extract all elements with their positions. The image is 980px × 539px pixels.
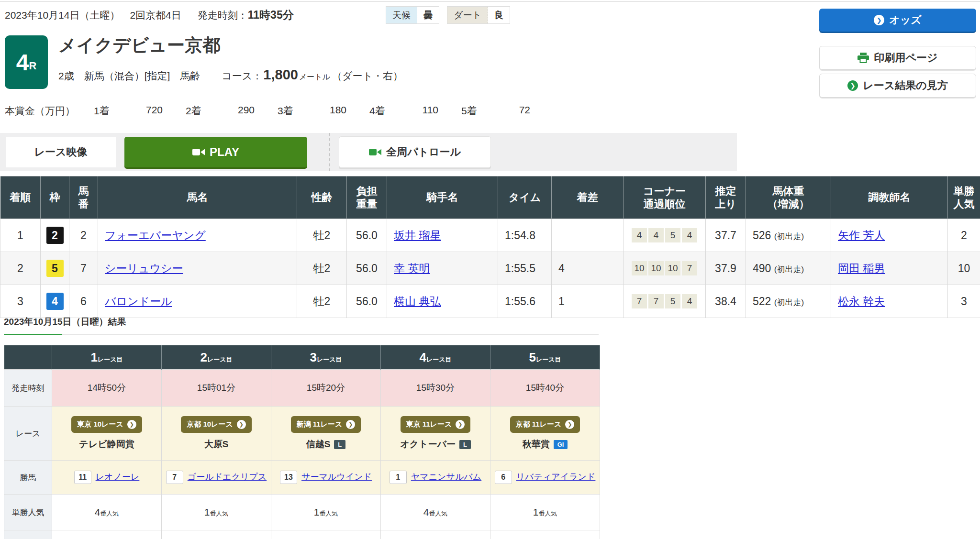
patrol-video-button[interactable]: 全周パトロール — [339, 136, 491, 168]
play-button[interactable]: PLAY — [124, 137, 307, 167]
corner-position: 10 — [632, 261, 647, 275]
sex-age: 牡2 — [297, 219, 347, 252]
prize-item: 4着110 — [369, 104, 461, 118]
corner-order: 7754 — [624, 294, 705, 308]
chevron-right-icon: ❯ — [874, 15, 884, 25]
prize-place: 4着 — [369, 104, 385, 118]
media-strip: レース映像 PLAY 全周パトロール — [0, 133, 737, 171]
winner-link[interactable]: レオノーレ — [96, 472, 140, 482]
race-column-header: 5レース目 — [490, 345, 600, 370]
finish-time: 1:54.8 — [498, 219, 552, 252]
popularity-suffix: 番人気 — [429, 510, 447, 517]
prize-item: 3着180 — [278, 104, 369, 118]
jockey-cell: 坂井 瑠星 — [387, 219, 498, 252]
winner-cell: 13サーマルウインド — [271, 461, 381, 495]
chevron-right-icon: ❯ — [456, 420, 465, 429]
race-column-number: 1 — [90, 350, 97, 364]
next-table-row: 発走時刻14時50分15時01分15時20分15時30分15時40分 — [4, 370, 600, 407]
race-number-suffix: R — [29, 60, 36, 72]
prize-row: 本賞金（万円） 1着7202着2903着1804着1105着72 — [5, 104, 553, 118]
race-link[interactable]: 京都 10レース❯ — [181, 416, 252, 433]
horse-link[interactable]: シーリュウシー — [105, 262, 183, 275]
votes-cell: 12,354票 — [381, 530, 490, 539]
next-header-row: 1レース目2レース目3レース目4レース目5レース目 — [4, 345, 600, 370]
next-corner-cell — [4, 345, 52, 370]
finish-position: 1 — [0, 219, 41, 252]
race-name-line: テレビ静岡賞 — [53, 438, 161, 451]
winner-number: 7 — [166, 471, 183, 484]
prize-place: 2着 — [186, 104, 201, 118]
horse-number: 7 — [69, 252, 98, 285]
horse-number: 6 — [69, 285, 98, 318]
trainer-link[interactable]: 岡田 稲男 — [838, 262, 885, 275]
race-link[interactable]: 東京 10レース❯ — [71, 416, 142, 433]
corner-position: 7 — [682, 261, 697, 275]
race-number-badge: 4 R — [5, 35, 48, 89]
prize-item: 5着72 — [461, 104, 553, 118]
horse-number: 2 — [69, 219, 98, 252]
popularity-cell: 4番人気 — [381, 495, 490, 530]
race-column-suffix: レース目 — [98, 356, 123, 363]
chevron-right-icon: ❯ — [237, 420, 246, 429]
race-link[interactable]: 京都 11レース❯ — [510, 416, 580, 433]
popularity-suffix: 番人気 — [100, 510, 119, 517]
horse-weight: 522 — [753, 295, 771, 308]
result-guide-button[interactable]: ❯ レース結果の見方 — [819, 74, 976, 98]
corner-position: 4 — [682, 228, 697, 242]
corner-position: 4 — [682, 294, 697, 308]
race-conditions: 2歳 新馬（混合）[指定] 馬齢 コース： 1,800 メートル （ダート・右） — [58, 67, 403, 83]
winner-link[interactable]: リバティアイランド — [516, 472, 596, 482]
col-last3f: 推定 上り — [706, 176, 746, 219]
jockey-link[interactable]: 横山 典弘 — [394, 295, 441, 308]
odds-button[interactable]: ❯ オッズ — [819, 9, 976, 32]
sex-age: 牡2 — [297, 252, 347, 285]
race-cell: 京都 11レース❯秋華賞GI — [490, 407, 600, 461]
prize-place: 1着 — [94, 104, 110, 118]
race-name: 信越S — [306, 438, 331, 451]
race-badge-label: 東京 10レース — [77, 420, 123, 429]
winner-link[interactable]: ゴールドエクリプス — [188, 472, 267, 482]
popularity-suffix: 番人気 — [538, 510, 557, 517]
race-column-suffix: レース目 — [536, 356, 561, 363]
race-link[interactable]: 東京 11レース❯ — [401, 416, 471, 433]
votes-cell: 632,703票 — [52, 530, 162, 539]
horse-link[interactable]: フォーエバーヤング — [105, 229, 206, 242]
course-label: コース： — [222, 69, 262, 83]
jockey-link[interactable]: 幸 英明 — [394, 262, 430, 275]
track-condition-value: 良 — [488, 7, 510, 23]
race-number: 4 — [16, 49, 29, 76]
prize-amount: 720 — [146, 104, 186, 118]
race-column-header: 2レース目 — [162, 345, 271, 370]
active-tab-indicator — [4, 334, 62, 335]
race-link[interactable]: 新潟 11レース❯ — [291, 416, 361, 433]
trainer-link[interactable]: 松永 幹夫 — [838, 295, 885, 308]
corner-position: 5 — [665, 294, 680, 308]
race-name: オクトーバー — [400, 438, 456, 451]
row-label-start-time: 発走時刻 — [4, 370, 52, 407]
winner-link[interactable]: ヤマニンサルバム — [411, 472, 481, 482]
horse-link[interactable]: バロンドール — [105, 295, 172, 308]
race-column-header: 3レース目 — [271, 345, 381, 370]
horse-name-cell: シーリュウシー — [98, 252, 297, 285]
jockey-cell: 横山 典弘 — [387, 285, 498, 318]
race-name: テレビ静岡賞 — [79, 438, 134, 451]
corner-position: 5 — [665, 228, 680, 242]
frame-badge: 4 — [46, 293, 64, 310]
condition-badges: 天候 曇 ダート 良 — [386, 6, 510, 24]
race-cell: 新潟 11レース❯信越SL — [271, 407, 381, 461]
jockey-link[interactable]: 坂井 瑠星 — [394, 229, 441, 242]
race-name-line: 大原S — [162, 438, 270, 451]
votes-cell: 353,030票 — [162, 530, 271, 539]
margin: 4 — [552, 252, 624, 285]
corner-order: 4454 — [624, 228, 705, 242]
votes-cell: 9,212票 — [490, 530, 600, 539]
trainer-link[interactable]: 矢作 芳人 — [838, 229, 885, 242]
race-name: 秋華賞 — [523, 438, 550, 451]
carried-weight: 56.0 — [347, 219, 387, 252]
next-table-row: 単勝人気4番人気1番人気1番人気4番人気1番人気 — [4, 495, 600, 530]
print-page-button[interactable]: 印刷用ページ — [819, 46, 976, 70]
prize-item: 1着720 — [94, 104, 186, 118]
popularity-number: 4 — [423, 506, 429, 517]
corner-order-cell: 1010107 — [624, 252, 706, 285]
winner-link[interactable]: サーマルウインド — [301, 472, 372, 482]
